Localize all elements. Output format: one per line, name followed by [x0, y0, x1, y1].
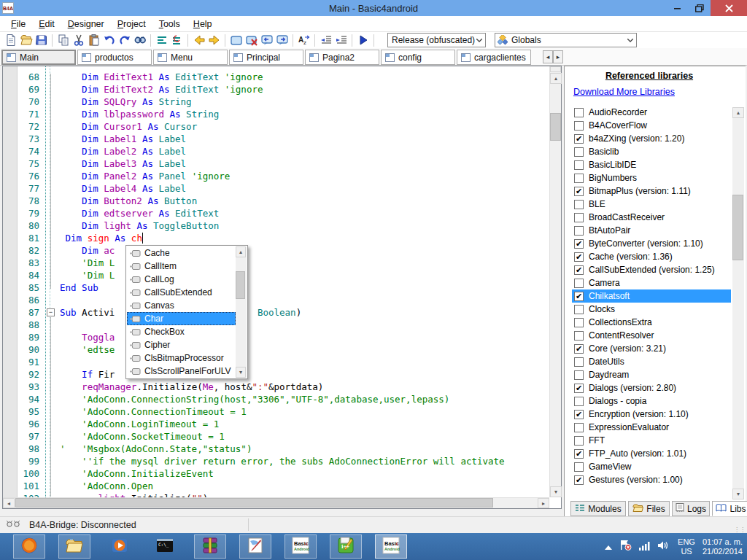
- autocomplete-item-char[interactable]: Char: [127, 312, 236, 325]
- library-checkbox[interactable]: [574, 436, 584, 446]
- autocomplete-item-callsubextended[interactable]: CallSubExtended: [127, 286, 236, 299]
- close-button[interactable]: [711, 0, 747, 16]
- taskbar-button-paint[interactable]: [239, 534, 271, 559]
- hscroll-thumb[interactable]: [15, 498, 493, 508]
- paste-icon[interactable]: [86, 33, 101, 47]
- scroll-up-button[interactable]: ▴: [550, 73, 562, 84]
- library-item-daydream[interactable]: Daydream: [572, 368, 731, 381]
- scroll-down-button[interactable]: ▾: [550, 486, 562, 497]
- tab-pagina2[interactable]: Pagina2: [305, 50, 379, 65]
- tab-config[interactable]: config: [381, 50, 455, 65]
- library-checkbox[interactable]: ✔: [574, 344, 584, 354]
- autocomplete-item-callitem[interactable]: CallItem: [127, 260, 236, 273]
- library-item-btautopair[interactable]: BtAutoPair: [572, 224, 731, 237]
- library-checkbox[interactable]: ✔: [574, 410, 584, 419]
- library-checkbox[interactable]: [574, 318, 584, 327]
- library-item-bitmapplus[interactable]: ✔BitmapPlus (version: 1.11): [572, 184, 731, 198]
- tab-menu[interactable]: Menu: [153, 50, 228, 65]
- designer-icon[interactable]: [228, 33, 244, 47]
- library-item-ble[interactable]: BLE: [572, 198, 731, 211]
- library-checkbox[interactable]: [574, 331, 584, 341]
- designer-remove-icon[interactable]: [244, 33, 259, 47]
- library-item-collectionsextra[interactable]: CollectionsExtra: [572, 316, 731, 329]
- library-item-dialogs[interactable]: Dialogs - copia: [572, 394, 731, 408]
- library-checkbox[interactable]: [574, 121, 584, 131]
- cut-icon[interactable]: [71, 33, 86, 47]
- library-item-encryption[interactable]: ✔Encryption (version: 1.10): [572, 408, 731, 421]
- autocomplete-item-cache[interactable]: Cache: [127, 246, 236, 260]
- library-item-dateutils[interactable]: DateUtils: [572, 355, 731, 368]
- library-item-dialogs[interactable]: ✔Dialogs (version: 2.80): [572, 381, 731, 394]
- minimize-button[interactable]: [667, 0, 689, 16]
- library-item-audiorecorder[interactable]: AudioRecorder: [572, 106, 731, 119]
- library-checkbox[interactable]: ✔: [574, 187, 584, 196]
- library-item-callsubextended[interactable]: ✔CallSubExtended (version: 1.25): [572, 263, 731, 276]
- library-checkbox[interactable]: [574, 174, 584, 183]
- taskbar-button-firefox[interactable]: [13, 534, 45, 559]
- library-item-clocks[interactable]: Clocks: [572, 303, 731, 316]
- editor-hscrollbar[interactable]: ◂ ▸: [3, 497, 549, 508]
- library-item-contentresolver[interactable]: ContentResolver: [572, 329, 731, 342]
- resize-grip[interactable]: ⋮⋮: [734, 526, 746, 533]
- indent-icon[interactable]: [333, 33, 349, 47]
- scroll-left-button[interactable]: ◂: [3, 498, 15, 508]
- menu-item-tools[interactable]: Tools: [152, 18, 187, 31]
- tab-cargaclientes[interactable]: cargaclientes: [457, 50, 531, 65]
- clock[interactable]: 01:07 a. m. 21/02/2014: [703, 537, 743, 556]
- compile-run-icon[interactable]: [355, 33, 371, 47]
- panel-tab-files[interactable]: Files: [628, 501, 670, 516]
- library-checkbox[interactable]: [574, 305, 584, 314]
- navigate-forward-icon[interactable]: [206, 33, 222, 47]
- taskbar-button-ide-green[interactable]: ℹ++: [330, 534, 362, 559]
- navigate-sub-dropdown[interactable]: Globals: [495, 33, 637, 47]
- libraries-scrollbar[interactable]: ▴ ▾: [732, 107, 744, 499]
- vscroll-thumb[interactable]: [550, 113, 561, 141]
- popup-scrollbar[interactable]: ▴ ▾: [236, 246, 247, 378]
- library-checkbox[interactable]: ✔: [574, 239, 584, 249]
- library-item-ftp_auto[interactable]: ✔FTP_Auto (version: 1.01): [572, 447, 731, 460]
- taskbar-button-basic4android-active[interactable]: Basic4Android: [375, 534, 407, 559]
- library-item-basiclib[interactable]: Basiclib: [572, 145, 731, 158]
- menu-item-project[interactable]: Project: [111, 18, 152, 31]
- taskbar-button-command-prompt[interactable]: C:\_: [149, 534, 181, 559]
- library-item-b4azxing[interactable]: ✔b4aZXing (version: 1.20): [572, 132, 731, 145]
- comment-icon[interactable]: [154, 33, 169, 47]
- network-signal-icon[interactable]: [639, 540, 651, 553]
- tab-scroll-left-button[interactable]: ◂: [543, 50, 553, 63]
- library-item-core[interactable]: ✔Core (version: 3.21): [572, 342, 731, 355]
- library-item-cache[interactable]: ✔Cache (version: 1.36): [572, 250, 731, 263]
- new-file-icon[interactable]: [3, 33, 18, 47]
- find-icon[interactable]: [132, 33, 147, 47]
- code-editor[interactable]: 6869707172737475767778798081828384858687…: [2, 66, 562, 509]
- taskbar-button-media-player[interactable]: [104, 534, 136, 559]
- library-checkbox[interactable]: [574, 279, 584, 288]
- next-comment-icon[interactable]: [274, 33, 290, 47]
- editor-vscrollbar[interactable]: ▴ ▾: [549, 66, 561, 497]
- panel-tab-modules[interactable]: Modules: [570, 501, 626, 516]
- download-libraries-link[interactable]: Download More Libraries: [573, 87, 675, 97]
- autocomplete-item-calllog[interactable]: CallLog: [127, 273, 236, 286]
- library-checkbox[interactable]: ✔: [574, 292, 584, 301]
- library-item-bignumbers[interactable]: BigNumbers: [572, 171, 731, 184]
- find-sub-icon[interactable]: Az: [296, 33, 311, 47]
- taskbar-button-basic4android[interactable]: Basic4Android: [285, 534, 317, 559]
- library-item-gameview[interactable]: GameView: [572, 460, 731, 473]
- library-checkbox[interactable]: [574, 147, 584, 157]
- library-checkbox[interactable]: ✔: [574, 475, 584, 485]
- panel-tab-libs[interactable]: Libs: [712, 501, 747, 516]
- outdent-icon[interactable]: [318, 33, 333, 47]
- library-checkbox[interactable]: [574, 108, 584, 117]
- panel-tab-logs[interactable]: Logs: [672, 501, 710, 516]
- taskbar-button-file-explorer[interactable]: [58, 534, 90, 559]
- tab-scroll-right-button[interactable]: ▸: [553, 50, 563, 63]
- library-checkbox[interactable]: ✔: [574, 134, 584, 144]
- library-item-basiclibide[interactable]: BasicLibIDE: [572, 158, 731, 171]
- library-checkbox[interactable]: [574, 160, 584, 170]
- tab-principal[interactable]: Principal: [229, 50, 303, 65]
- undo-icon[interactable]: [101, 33, 117, 47]
- popup-scroll-up-button[interactable]: ▴: [236, 246, 246, 257]
- action-center-flag-icon[interactable]: [619, 540, 632, 553]
- menu-item-help[interactable]: Help: [187, 18, 219, 31]
- lib-scroll-thumb[interactable]: [732, 195, 743, 260]
- tray-expand-icon[interactable]: [605, 540, 612, 553]
